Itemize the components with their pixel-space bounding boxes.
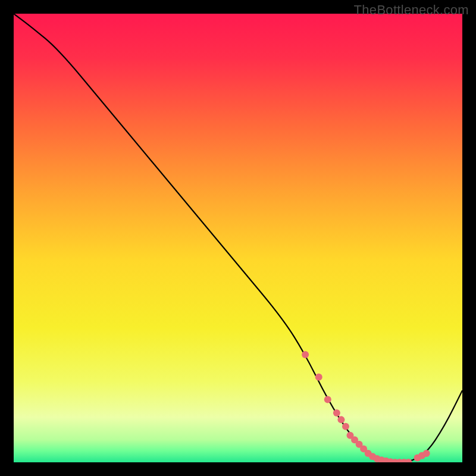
- chart-container: TheBottleneck.com: [0, 0, 476, 476]
- gradient-background: [14, 14, 462, 462]
- curve-marker: [337, 416, 345, 423]
- curve-marker: [423, 450, 430, 457]
- curve-marker: [342, 423, 349, 430]
- chart-svg: [14, 14, 462, 462]
- curve-marker: [333, 409, 340, 416]
- plot-area: [14, 14, 462, 462]
- curve-marker: [302, 351, 309, 358]
- curve-marker: [324, 396, 331, 403]
- curve-marker: [315, 374, 322, 381]
- watermark-text: TheBottleneck.com: [354, 2, 469, 18]
